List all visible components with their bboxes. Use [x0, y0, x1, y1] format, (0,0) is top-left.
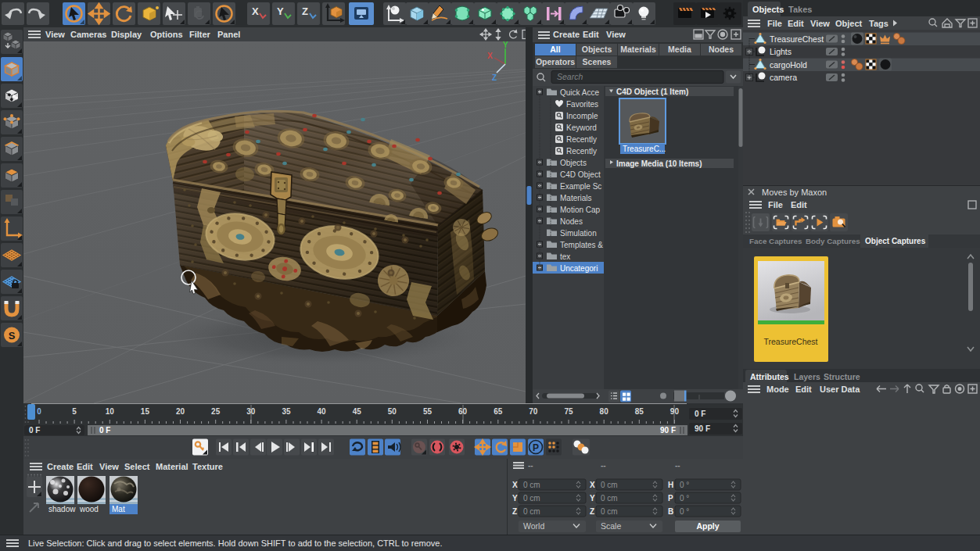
svg-text:55: 55	[423, 407, 433, 416]
svg-text:35: 35	[282, 407, 291, 416]
svg-text:Objects: Objects	[752, 5, 784, 14]
svg-text:Mode: Mode	[766, 385, 789, 394]
svg-text:0 °: 0 °	[680, 494, 689, 503]
svg-text:Y: Y	[503, 41, 508, 49]
svg-text:Lights: Lights	[770, 47, 792, 56]
svg-text:70: 70	[529, 407, 538, 416]
svg-text:Attributes: Attributes	[750, 372, 789, 381]
svg-text:0 F: 0 F	[695, 410, 705, 418]
svg-text:45: 45	[353, 407, 362, 416]
svg-text:0 cm: 0 cm	[523, 494, 540, 503]
svg-text:camera: camera	[770, 73, 797, 82]
svg-text:Layers: Layers	[794, 372, 820, 381]
svg-text:Create: Create	[47, 462, 74, 471]
svg-text:Display: Display	[111, 30, 142, 39]
svg-text:Nodes: Nodes	[560, 217, 583, 226]
svg-text:Incomple: Incomple	[566, 112, 598, 120]
svg-text:Z: Z	[512, 507, 517, 516]
svg-text:wood: wood	[79, 505, 99, 513]
svg-text:Objects: Objects	[560, 159, 587, 167]
svg-text:80: 80	[600, 407, 609, 416]
svg-text:Scale: Scale	[601, 521, 621, 531]
svg-text:Object Captures: Object Captures	[865, 237, 926, 245]
svg-text:Edit: Edit	[77, 462, 93, 471]
svg-text:0 cm: 0 cm	[601, 507, 618, 516]
svg-text:Nodes: Nodes	[709, 45, 734, 54]
svg-text:P: P	[668, 494, 673, 503]
svg-text:90: 90	[670, 407, 680, 416]
svg-text:Objects: Objects	[582, 45, 612, 54]
svg-text:Filter: Filter	[189, 30, 211, 39]
svg-text:Keyword: Keyword	[566, 123, 597, 132]
svg-text:Body Captures: Body Captures	[806, 237, 860, 245]
svg-text:Recently: Recently	[566, 147, 597, 156]
svg-text:H: H	[668, 481, 673, 489]
svg-text:--: --	[675, 461, 680, 470]
svg-text:C4D Object: C4D Object	[560, 170, 601, 179]
svg-text:50: 50	[388, 407, 397, 416]
svg-text:0 F: 0 F	[99, 426, 110, 435]
svg-text:30: 30	[246, 407, 256, 416]
svg-text:User Data: User Data	[820, 385, 860, 394]
svg-text:Templates &: Templates &	[560, 241, 603, 249]
svg-text:20: 20	[176, 407, 185, 416]
svg-text:5: 5	[72, 407, 77, 416]
svg-text:Image Media (10 Items): Image Media (10 Items)	[616, 159, 702, 168]
svg-text:10: 10	[106, 407, 115, 416]
svg-text:Mat: Mat	[112, 505, 125, 513]
svg-text:Y: Y	[590, 494, 595, 503]
svg-text:15: 15	[141, 407, 150, 416]
svg-text:90 F: 90 F	[660, 426, 676, 435]
svg-text:Uncategori: Uncategori	[560, 264, 598, 273]
svg-text:0 °: 0 °	[680, 481, 689, 489]
svg-text:View: View	[810, 19, 830, 28]
svg-text:C4D Object (1 Item): C4D Object (1 Item)	[616, 88, 688, 96]
svg-text:0: 0	[37, 407, 41, 416]
svg-text:Z: Z	[492, 73, 497, 82]
svg-text:0 cm: 0 cm	[601, 481, 618, 489]
svg-text:--: --	[601, 461, 606, 470]
svg-text:0 cm: 0 cm	[601, 494, 618, 503]
svg-text:Live Selection: Click and drag: Live Selection: Click and drag to select…	[28, 538, 442, 548]
svg-text:X: X	[487, 52, 493, 60]
svg-text:Panel: Panel	[217, 30, 240, 39]
svg-text:File: File	[767, 19, 782, 28]
svg-text:Y: Y	[277, 5, 284, 17]
svg-text:Simulation: Simulation	[560, 229, 597, 238]
svg-text:S: S	[9, 330, 16, 342]
svg-text:0 F: 0 F	[29, 426, 40, 435]
svg-text:Moves by Maxon: Moves by Maxon	[762, 188, 827, 197]
svg-text:X: X	[590, 481, 595, 489]
svg-text:Structure: Structure	[824, 372, 860, 381]
svg-text:tex: tex	[560, 252, 570, 261]
svg-text:B: B	[668, 507, 673, 516]
svg-text:Edit: Edit	[583, 30, 599, 39]
svg-text:Create: Create	[553, 30, 580, 39]
svg-text:View: View	[45, 30, 65, 39]
svg-text:Object: Object	[835, 19, 863, 28]
svg-text:X: X	[252, 5, 259, 17]
svg-text:Edit: Edit	[788, 19, 804, 28]
svg-text:40: 40	[318, 407, 327, 416]
svg-text:90 F: 90 F	[695, 424, 710, 433]
svg-text:TreasureC...: TreasureC...	[623, 145, 666, 153]
svg-text:--: --	[528, 461, 533, 470]
svg-text:65: 65	[494, 407, 503, 416]
svg-text:Recently: Recently	[566, 135, 597, 144]
svg-text:Operators: Operators	[536, 57, 575, 66]
svg-text:75: 75	[564, 407, 573, 416]
svg-text:View: View	[606, 30, 626, 39]
svg-text:0 °: 0 °	[680, 507, 689, 516]
svg-text:Z: Z	[590, 507, 594, 516]
svg-text:TreasureChest: TreasureChest	[763, 337, 817, 346]
svg-text:Example Sc: Example Sc	[560, 182, 601, 191]
svg-text:Y: Y	[512, 494, 518, 503]
svg-text:Takes: Takes	[788, 5, 812, 14]
svg-text:Select: Select	[124, 462, 150, 471]
svg-text:World: World	[523, 521, 544, 531]
svg-text:Materials: Materials	[620, 45, 656, 54]
svg-text:Texture: Texture	[192, 462, 223, 471]
svg-text:TreasureChest: TreasureChest	[770, 34, 824, 44]
svg-text:Options: Options	[150, 30, 183, 39]
svg-text:25: 25	[211, 407, 221, 416]
